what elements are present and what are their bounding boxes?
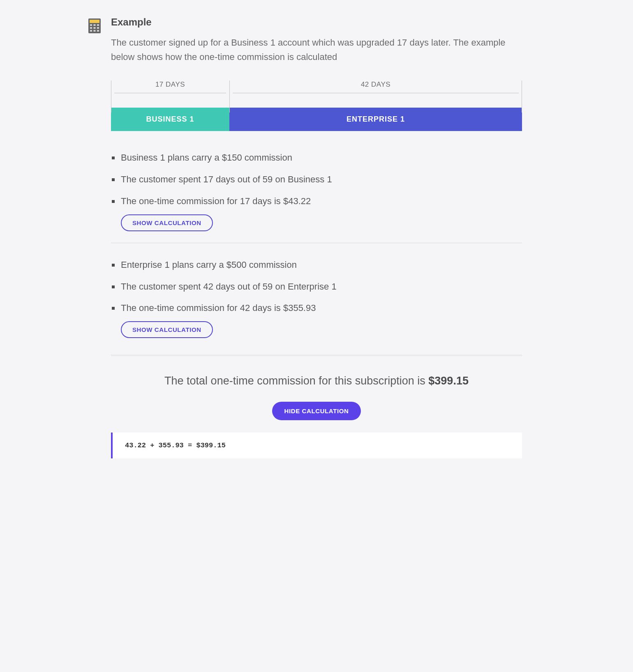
- svg-rect-3: [94, 24, 96, 26]
- total-commission: The total one-time commission for this s…: [111, 375, 522, 387]
- timeline: 17 DAYS 42 DAYS: [111, 81, 522, 93]
- timeline-segment-1: 17 DAYS: [114, 81, 226, 93]
- timeline-segment-2: 42 DAYS: [233, 81, 519, 93]
- svg-rect-7: [97, 27, 99, 29]
- list-item: Business 1 plans carry a $150 commission: [111, 152, 522, 164]
- plan-bar-enterprise: ENTERPRISE 1: [229, 108, 522, 131]
- plan-bars: BUSINESS 1 ENTERPRISE 1: [111, 108, 522, 131]
- calculation-box: 43.22 + 355.93 = $399.15: [111, 433, 522, 458]
- svg-rect-5: [90, 27, 92, 29]
- example-intro: The customer signed up for a Business 1 …: [111, 35, 522, 64]
- svg-rect-10: [97, 30, 99, 32]
- svg-rect-6: [94, 27, 96, 29]
- svg-rect-8: [90, 30, 92, 32]
- separator-thick: [111, 354, 522, 356]
- total-amount: $399.15: [428, 375, 469, 387]
- svg-rect-9: [94, 30, 96, 32]
- hide-calculation-button[interactable]: HIDE CALCULATION: [272, 402, 361, 420]
- plan-bar-business: BUSINESS 1: [111, 108, 229, 131]
- list-item: The customer spent 42 days out of 59 on …: [111, 281, 522, 293]
- svg-rect-4: [97, 24, 99, 26]
- show-calculation-button-enterprise[interactable]: SHOW CALCULATION: [121, 321, 213, 338]
- total-prefix: The total one-time commission for this s…: [164, 375, 428, 387]
- list-item: Enterprise 1 plans carry a $500 commissi…: [111, 259, 522, 272]
- enterprise-list: Enterprise 1 plans carry a $500 commissi…: [111, 259, 522, 315]
- svg-rect-1: [90, 20, 99, 23]
- business-list: Business 1 plans carry a $150 commission…: [111, 152, 522, 207]
- example-heading: Example: [111, 16, 522, 28]
- list-item: The one-time commission for 42 days is $…: [111, 302, 522, 315]
- list-item: The one-time commission for 17 days is $…: [111, 195, 522, 208]
- show-calculation-button-business[interactable]: SHOW CALCULATION: [121, 214, 213, 231]
- calculator-icon: [88, 18, 101, 33]
- separator: [111, 243, 522, 243]
- list-item: The customer spent 17 days out of 59 on …: [111, 173, 522, 186]
- svg-rect-2: [90, 24, 92, 26]
